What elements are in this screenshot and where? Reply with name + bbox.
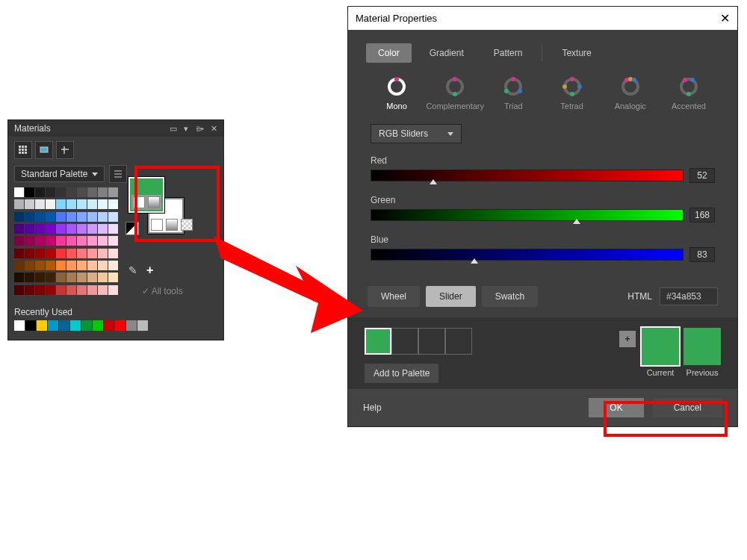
- swatch[interactable]: [66, 285, 76, 295]
- grid-view-button[interactable]: [14, 141, 32, 159]
- tab-pattern[interactable]: Pattern: [482, 43, 535, 63]
- swatch[interactable]: [108, 273, 118, 282]
- red-slider[interactable]: [371, 169, 684, 181]
- swatch[interactable]: [35, 236, 45, 246]
- tab-color[interactable]: Color: [366, 43, 412, 63]
- swatch[interactable]: [14, 261, 24, 270]
- swatch[interactable]: [25, 273, 34, 282]
- swatch[interactable]: [35, 261, 45, 270]
- swatch[interactable]: [98, 285, 108, 295]
- swatch[interactable]: [14, 285, 24, 295]
- swatch[interactable]: [25, 249, 34, 258]
- fg-bg-swatch[interactable]: [128, 187, 173, 226]
- swatch[interactable]: [66, 224, 76, 234]
- swatch[interactable]: [108, 199, 118, 209]
- green-slider[interactable]: [371, 209, 684, 221]
- swatch[interactable]: [46, 199, 55, 209]
- all-tools-toggle[interactable]: ✓ All tools: [128, 283, 183, 296]
- add-swatch-icon[interactable]: +: [619, 331, 636, 347]
- current-color-swatch[interactable]: [642, 328, 679, 365]
- harmony-complementary[interactable]: Complementary: [429, 75, 481, 111]
- mini-gradient-icon[interactable]: [166, 219, 178, 231]
- layers-view-button[interactable]: [35, 141, 53, 159]
- swatch[interactable]: [77, 212, 87, 222]
- swatch[interactable]: [98, 199, 108, 209]
- palette-swatch-grid[interactable]: [14, 187, 118, 296]
- swatch[interactable]: [108, 261, 118, 270]
- mode-slider[interactable]: Slider: [426, 286, 476, 307]
- swatch[interactable]: [25, 199, 34, 209]
- swatch[interactable]: [87, 187, 97, 197]
- swatch[interactable]: [66, 236, 76, 246]
- swatch[interactable]: [66, 212, 76, 222]
- recent-swatch[interactable]: [104, 320, 114, 331]
- add-swatch-button[interactable]: [56, 141, 74, 159]
- recent-swatch[interactable]: [126, 320, 137, 331]
- swatch[interactable]: [108, 249, 118, 258]
- foreground-swatch[interactable]: [128, 177, 164, 213]
- swatch[interactable]: [87, 261, 97, 270]
- slider-thumb-icon[interactable]: [430, 179, 437, 184]
- palette-slot[interactable]: [365, 328, 391, 355]
- swatch[interactable]: [87, 285, 97, 295]
- harmony-mono[interactable]: Mono: [371, 75, 423, 111]
- harmony-accented[interactable]: Accented: [663, 75, 715, 111]
- blue-value[interactable]: 83: [689, 247, 715, 262]
- swatch[interactable]: [56, 261, 66, 270]
- close-icon[interactable]: ✕: [720, 11, 730, 25]
- swatch[interactable]: [77, 236, 87, 246]
- swatch[interactable]: [25, 187, 34, 197]
- swatch[interactable]: [56, 249, 66, 258]
- blue-slider[interactable]: [371, 249, 684, 261]
- swatch[interactable]: [25, 236, 34, 246]
- swatch[interactable]: [46, 187, 55, 197]
- mode-wheel[interactable]: Wheel: [368, 286, 420, 307]
- swatch[interactable]: [108, 187, 118, 197]
- ok-button[interactable]: OK: [589, 398, 643, 417]
- green-value[interactable]: 168: [689, 208, 715, 223]
- swatch[interactable]: [77, 261, 87, 270]
- swatch[interactable]: [56, 199, 66, 209]
- swatch[interactable]: [87, 249, 97, 258]
- swatch[interactable]: [14, 249, 24, 258]
- html-color-input[interactable]: #34a853: [660, 287, 718, 305]
- swatch[interactable]: [56, 285, 66, 295]
- recent-swatch[interactable]: [48, 320, 58, 331]
- swatch[interactable]: [46, 224, 55, 234]
- mini-solid-icon[interactable]: [151, 219, 163, 231]
- harmony-analogic[interactable]: Analogic: [604, 75, 657, 111]
- swatch[interactable]: [98, 212, 108, 222]
- swatch[interactable]: [108, 236, 118, 246]
- help-link[interactable]: Help: [363, 402, 382, 413]
- swatch[interactable]: [66, 249, 76, 258]
- swatch[interactable]: [98, 249, 108, 258]
- swatch[interactable]: [14, 199, 24, 209]
- swatch[interactable]: [14, 273, 24, 282]
- swatch[interactable]: [87, 224, 97, 234]
- palette-slot[interactable]: [445, 328, 472, 355]
- swatch[interactable]: [14, 236, 24, 246]
- recently-used-row[interactable]: [14, 320, 217, 331]
- pin-icon[interactable]: ⌲: [196, 124, 204, 133]
- palette-list-button[interactable]: [109, 165, 127, 183]
- swatch[interactable]: [98, 261, 108, 270]
- swatch[interactable]: [77, 199, 87, 209]
- swatch[interactable]: [35, 285, 45, 295]
- swatch[interactable]: [87, 273, 97, 282]
- swatch[interactable]: [35, 249, 45, 258]
- swatch[interactable]: [108, 212, 118, 222]
- swatch[interactable]: [77, 187, 87, 197]
- swatch[interactable]: [35, 199, 45, 209]
- recent-swatch[interactable]: [59, 320, 69, 331]
- swatch[interactable]: [46, 261, 55, 270]
- swatch[interactable]: [14, 187, 24, 197]
- dropdown-icon[interactable]: ▾: [184, 124, 188, 134]
- swatch[interactable]: [56, 273, 66, 282]
- previous-color-swatch[interactable]: [684, 328, 721, 365]
- close-icon[interactable]: ✕: [211, 124, 217, 134]
- harmony-tetrad[interactable]: Tetrad: [546, 75, 598, 111]
- swatch[interactable]: [77, 285, 87, 295]
- swatch[interactable]: [87, 212, 97, 222]
- palette-dropdown[interactable]: Standard Palette: [14, 166, 105, 182]
- mini-gradient-icon[interactable]: [148, 196, 160, 208]
